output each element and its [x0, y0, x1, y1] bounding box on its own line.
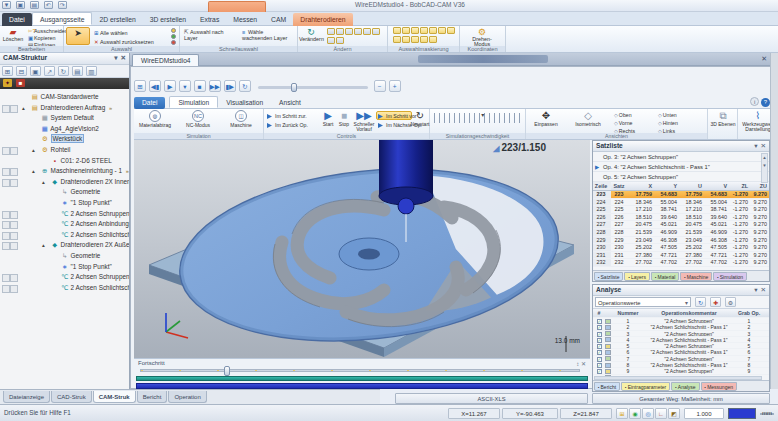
- tree-item[interactable]: ℃ 2 Achsen Anbindungsschnitt: [0, 219, 129, 230]
- delete-button[interactable]: ▰ Löschen: [1, 27, 25, 45]
- tree-item[interactable]: ∗ "1 Stop Punkt": [0, 262, 129, 273]
- select-by-layer-button[interactable]: ⇱Auswahl nach Layer: [184, 29, 236, 43]
- visibility-checkboxes[interactable]: [2, 274, 18, 281]
- row-checkbox[interactable]: ✓: [597, 332, 602, 337]
- start-button[interactable]: ▶Start: [320, 110, 336, 127]
- cut-button[interactable]: ✂?Ausschneiden: [28, 28, 68, 34]
- view-button[interactable]: Unten: [658, 111, 702, 119]
- view-button[interactable]: Vorne: [614, 119, 658, 127]
- viewport-3d[interactable]: 223/1.150 13.0 mm: [134, 140, 590, 358]
- tree-item[interactable]: ↳ Geometrie: [0, 187, 129, 198]
- panel-tab[interactable]: Material: [651, 272, 679, 281]
- restart-icon[interactable]: ↻: [239, 80, 251, 92]
- measure-icon[interactable]: ✚: [710, 297, 721, 307]
- speed-minus-icon[interactable]: −: [374, 80, 386, 92]
- panel-tab[interactable]: Analyse: [671, 382, 699, 391]
- rotate-mode-button[interactable]: ⚙ Drehen-Modus: [470, 27, 494, 45]
- operation-row[interactable]: Op. 4: "2 Achsen Schlichtschnitt - Pass …: [593, 162, 769, 172]
- tree-item[interactable]: ℃ 2 Achsen Schlichtschnitt: [0, 230, 129, 241]
- mask-surface-icon[interactable]: [447, 27, 455, 34]
- tree-item[interactable]: ▴ ⚙ Rohteil: [0, 145, 129, 156]
- tree-item-arrows[interactable]: »: [109, 105, 112, 111]
- pin-icon[interactable]: ▾: [114, 54, 117, 62]
- panel-tab[interactable]: Messungen: [701, 382, 737, 391]
- mask-circle-icon[interactable]: [420, 27, 428, 34]
- next-op-button[interactable]: Im Nächste Op.: [376, 120, 412, 129]
- expander-icon[interactable]: ▴: [42, 240, 49, 251]
- visibility-checkboxes[interactable]: [2, 221, 18, 228]
- mask-edge-icon[interactable]: [402, 36, 410, 43]
- select-all-button[interactable]: ⊞Alle wählen: [94, 30, 164, 36]
- reset-selection-button[interactable]: ✕Auswahl zurücksetzen: [94, 39, 172, 45]
- panel-tab[interactable]: Maschine: [680, 272, 712, 281]
- document-tab[interactable]: WireEDMstudio4: [132, 54, 199, 66]
- tree-item[interactable]: ▴ ◆ Drahterodieren 2X Außen »: [0, 240, 129, 251]
- panel-tab[interactable]: Satzliste: [594, 272, 623, 281]
- visibility-checkboxes[interactable]: [2, 285, 18, 292]
- view-button[interactable]: Hinten: [658, 119, 702, 127]
- regenerate-icon[interactable]: ↻: [58, 66, 69, 76]
- step-forward-icon[interactable]: ▮▶: [224, 80, 236, 92]
- progress-panel-icons[interactable]: ↕ ✕: [576, 360, 586, 367]
- copy-button[interactable]: ▣Kopieren: [28, 35, 56, 41]
- layer-color-icon[interactable]: ◩: [668, 408, 680, 419]
- progress-slider[interactable]: [140, 369, 580, 372]
- ribbon-tab[interactable]: Datei: [2, 13, 32, 26]
- block-table-row[interactable]: 227227 20.47545.021 20.47545.021 -1.2709…: [593, 221, 769, 229]
- expander-icon[interactable]: ▴: [22, 103, 29, 114]
- stop-button[interactable]: ■Stop: [336, 110, 352, 127]
- snap-center-icon[interactable]: ◎: [642, 408, 654, 419]
- undo-icon[interactable]: ↶: [44, 1, 53, 9]
- grid-icon[interactable]: ⊞: [134, 80, 146, 92]
- offset-icon[interactable]: [327, 37, 335, 44]
- block-table-row[interactable]: 223223 17.75954.683 17.75954.683 -1.2709…: [593, 191, 769, 199]
- tree-item[interactable]: ▦ System Default: [0, 113, 129, 124]
- dock-tab[interactable]: Operation: [168, 391, 206, 403]
- block-table-row[interactable]: 228228 21.53946.909 21.53946.909 -1.2709…: [593, 229, 769, 237]
- fast-forward-icon[interactable]: ▶▶: [209, 80, 221, 92]
- array-icon[interactable]: [336, 37, 344, 44]
- mask-line-icon[interactable]: [402, 27, 410, 34]
- tree-item[interactable]: ∗ "1 Stop Punkt": [0, 198, 129, 209]
- scale-input[interactable]: 1.000: [684, 408, 724, 419]
- block-table-row[interactable]: 225225 17.21038.741 17.21038.741 -1.2709…: [593, 206, 769, 214]
- mask-vertex-icon[interactable]: [420, 36, 428, 43]
- scale-icon[interactable]: [336, 28, 344, 35]
- row-checkbox[interactable]: ✓: [597, 369, 602, 374]
- fit-view-button[interactable]: ✥Einpassen: [528, 110, 564, 127]
- simulation-tab[interactable]: Visualisation: [218, 97, 271, 109]
- visibility-checkboxes[interactable]: [2, 232, 18, 239]
- row-checkbox[interactable]: ✓: [597, 319, 602, 324]
- tree-item[interactable]: ⚙ Werkstück: [0, 134, 129, 145]
- ortho-icon[interactable]: ∟: [655, 408, 667, 419]
- report-icon[interactable]: ▥: [86, 66, 97, 76]
- isometric-button[interactable]: ◇Isometrisch: [568, 110, 608, 127]
- row-checkbox[interactable]: ✓: [597, 338, 602, 343]
- lightning-icon[interactable]: ✦: [3, 79, 12, 87]
- tree-item[interactable]: ▦ Ag4_AgieVision2: [0, 124, 129, 135]
- ribbon-tab[interactable]: Ausgangsseite: [32, 12, 93, 25]
- collapse-all-icon[interactable]: ⊟: [16, 66, 27, 76]
- pin-icon[interactable]: ▾: [754, 286, 757, 294]
- settings-gear-icon[interactable]: ⚙: [725, 297, 736, 307]
- close-icon[interactable]: ✕: [760, 142, 766, 150]
- speed-plus-icon[interactable]: +: [389, 80, 401, 92]
- transport-slider[interactable]: [258, 86, 368, 89]
- operation-row[interactable]: Op. 3: "2 Achsen Schruppen": [593, 152, 769, 162]
- snap-grid-icon[interactable]: ⊞: [616, 408, 628, 419]
- tree-item[interactable]: ℃ 2 Achsen Schruppen: [0, 272, 129, 283]
- collapsed-panel-strip[interactable]: [770, 53, 778, 389]
- restart-button[interactable]: ↻Neustart: [410, 110, 430, 127]
- row-checkbox[interactable]: ✓: [597, 350, 602, 355]
- tree-item[interactable]: ▴ ◆ Drahterodieren 2X Innen »: [0, 177, 129, 188]
- speed-slider[interactable]: ▾: [434, 113, 520, 123]
- mask-arc-icon[interactable]: [411, 27, 419, 34]
- step-forward-button[interactable]: Im Schritt vor: [376, 111, 412, 120]
- tree-item[interactable]: ▪ C01: 2-D6 STEEL: [0, 156, 129, 167]
- tree-item[interactable]: ↳ Geometrie: [0, 251, 129, 262]
- dock-tab[interactable]: CAM-Struk: [93, 391, 136, 403]
- mask-text-icon[interactable]: [438, 27, 446, 34]
- ribbon-tab[interactable]: Extras: [193, 13, 226, 26]
- row-checkbox[interactable]: ✓: [597, 363, 602, 368]
- play-icon[interactable]: ▶: [164, 80, 176, 92]
